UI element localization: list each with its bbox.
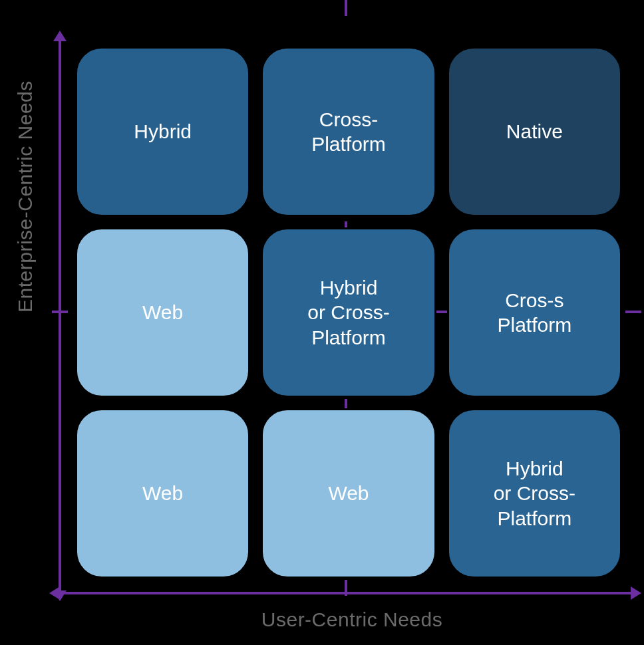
cell-high-enterprise-mid-user: Cross- Platform [261,47,436,217]
y-axis-arrow-icon [59,40,61,592]
cell-mid-enterprise-mid-user: Hybrid or Cross- Platform [261,227,436,398]
cell-mid-enterprise-high-user: Cros-s Platform [447,227,622,398]
cell-low-enterprise-high-user: Hybrid or Cross- Platform [447,408,622,579]
cell-low-enterprise-mid-user: Web [261,408,436,579]
matrix-diagram: Enterprise-Centric Needs User-Centric Ne… [0,0,644,645]
x-axis-arrow-icon [59,592,632,594]
cell-high-enterprise-low-user: Hybrid [75,47,250,217]
cell-low-enterprise-low-user: Web [75,408,250,579]
tick-top-icon [345,0,347,16]
cell-mid-enterprise-low-user: Web [75,227,250,398]
matrix-grid: Hybrid Cross- Platform Native Web Hybrid… [75,47,622,579]
tick-far-right-icon [625,311,641,313]
x-axis-label: User-Centric Needs [0,608,644,631]
cell-high-enterprise-high-user: Native [447,47,622,217]
y-axis-label: Enterprise-Centric Needs [14,80,37,313]
